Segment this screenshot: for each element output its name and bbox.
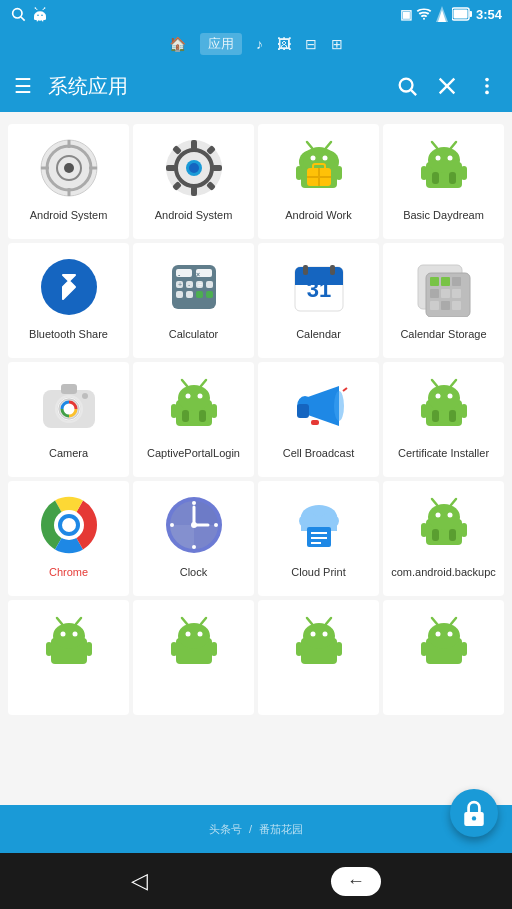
- list-item[interactable]: Basic Daydream: [383, 124, 504, 239]
- svg-rect-101: [441, 289, 450, 298]
- svg-point-180: [178, 623, 210, 649]
- svg-rect-121: [199, 410, 206, 422]
- home-button[interactable]: ←: [331, 867, 381, 896]
- secondary-nav: 🏠 应用 ♪ 🖼 ⊟ ⊞: [0, 28, 512, 60]
- svg-rect-169: [421, 523, 427, 537]
- list-item[interactable]: Android System: [133, 124, 254, 239]
- svg-rect-97: [430, 277, 439, 286]
- grid-nav-icon[interactable]: ⊞: [331, 36, 343, 52]
- app-name-clock: Clock: [180, 565, 208, 579]
- list-item[interactable]: com.android.backupc: [383, 481, 504, 596]
- svg-line-118: [182, 380, 187, 386]
- list-item[interactable]: - × + - = Calculator: [133, 243, 254, 358]
- list-item[interactable]: [383, 600, 504, 715]
- svg-point-133: [447, 394, 452, 399]
- svg-point-204: [472, 816, 476, 820]
- svg-rect-67: [432, 172, 439, 184]
- svg-point-49: [310, 156, 315, 161]
- bookmark-nav-icon[interactable]: ⊟: [305, 36, 317, 52]
- svg-rect-79: [206, 281, 213, 288]
- svg-point-198: [447, 632, 452, 637]
- menu-button[interactable]: ☰: [14, 74, 32, 98]
- back-arrow-icon: ←: [347, 871, 365, 892]
- svg-line-52: [326, 142, 331, 148]
- svg-rect-177: [46, 642, 52, 656]
- bottom-nav-bar: 头条号 / 番茄花园: [0, 805, 512, 853]
- image-nav-icon[interactable]: 🖼: [277, 36, 291, 52]
- svg-point-182: [197, 632, 202, 637]
- svg-line-184: [201, 618, 206, 624]
- svg-rect-105: [452, 301, 461, 310]
- app-bar: ☰ 系统应用: [0, 60, 512, 112]
- svg-line-51: [307, 142, 312, 148]
- svg-rect-185: [171, 642, 177, 656]
- time-display: 3:54: [476, 7, 502, 22]
- svg-point-113: [82, 393, 88, 399]
- app-name-chrome: Chrome: [49, 565, 88, 579]
- svg-rect-170: [461, 523, 467, 537]
- more-button[interactable]: [476, 75, 498, 97]
- home-nav-icon[interactable]: 🏠: [169, 36, 186, 52]
- svg-rect-136: [432, 410, 439, 422]
- app-icon-generic-2: [162, 612, 226, 676]
- svg-rect-202: [461, 642, 467, 656]
- list-item[interactable]: Certificate Installer: [383, 362, 504, 477]
- svg-point-149: [192, 501, 196, 505]
- search-button[interactable]: [396, 75, 418, 97]
- svg-rect-138: [421, 404, 427, 418]
- svg-rect-126: [297, 404, 309, 418]
- svg-line-200: [451, 618, 456, 624]
- svg-line-135: [451, 380, 456, 386]
- svg-point-151: [170, 523, 174, 527]
- list-item[interactable]: 31 Calendar: [258, 243, 379, 358]
- apps-nav-label[interactable]: 应用: [200, 33, 242, 55]
- back-button[interactable]: ◁: [131, 868, 148, 894]
- list-item[interactable]: Chrome: [8, 481, 129, 596]
- status-right: ▣ 3:54: [400, 6, 502, 22]
- app-name-calculator: Calculator: [169, 327, 219, 341]
- svg-point-132: [435, 394, 440, 399]
- list-item[interactable]: [133, 600, 254, 715]
- svg-point-143: [62, 518, 76, 532]
- list-item[interactable]: Cell Broadcast: [258, 362, 379, 477]
- svg-rect-98: [441, 277, 450, 286]
- list-item[interactable]: Camera: [8, 362, 129, 477]
- svg-rect-100: [430, 289, 439, 298]
- app-icon-certificate-installer: [412, 374, 476, 438]
- app-bar-actions: [396, 75, 498, 97]
- fab-button[interactable]: [450, 789, 498, 837]
- close-button[interactable]: [436, 75, 458, 97]
- list-item[interactable]: Cloud Print: [258, 481, 379, 596]
- svg-line-119: [201, 380, 206, 386]
- svg-point-172: [53, 623, 85, 649]
- svg-rect-103: [430, 301, 439, 310]
- list-item[interactable]: [258, 600, 379, 715]
- app-name-android-system-1: Android System: [30, 208, 108, 222]
- list-item[interactable]: [8, 600, 129, 715]
- svg-line-1: [21, 17, 25, 21]
- svg-rect-10: [37, 19, 38, 21]
- list-item[interactable]: CaptivePortalLogin: [133, 362, 254, 477]
- list-item[interactable]: Clock: [133, 481, 254, 596]
- svg-text:=: =: [198, 281, 202, 288]
- list-item[interactable]: Android System: [8, 124, 129, 239]
- list-item[interactable]: Bluetooth Share: [8, 243, 129, 358]
- app-icon-generic-4: [412, 612, 476, 676]
- svg-point-181: [185, 632, 190, 637]
- app-name-basic-daydream: Basic Daydream: [403, 208, 484, 222]
- svg-text:×: ×: [196, 271, 200, 278]
- svg-line-134: [432, 380, 437, 386]
- svg-point-150: [192, 545, 196, 549]
- music-nav-icon[interactable]: ♪: [256, 36, 263, 52]
- app-icon-calendar: 31: [287, 255, 351, 319]
- svg-point-188: [303, 623, 335, 649]
- list-item[interactable]: Calendar Storage: [383, 243, 504, 358]
- battery-icon: [452, 7, 472, 21]
- svg-point-190: [322, 632, 327, 637]
- svg-line-176: [76, 618, 81, 624]
- app-icon-generic-3: [287, 612, 351, 676]
- list-item[interactable]: Android Work: [258, 124, 379, 239]
- app-name-cloud-print: Cloud Print: [291, 565, 345, 579]
- svg-line-128: [343, 388, 347, 391]
- svg-rect-81: [186, 291, 193, 298]
